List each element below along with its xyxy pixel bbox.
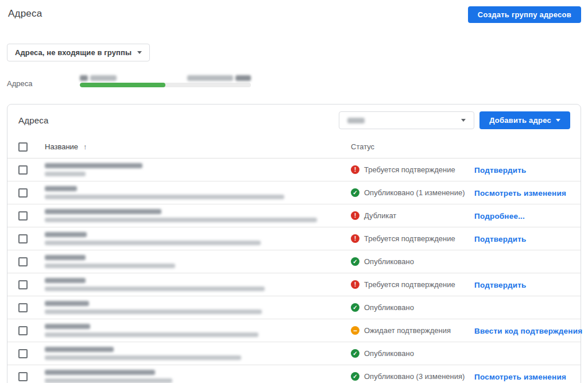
- table-row: ✓ Опубликовано (1 изменение) Посмотреть …: [7, 181, 581, 204]
- status-text: Опубликовано: [364, 349, 414, 358]
- status-cell: ✓ Опубликовано (3 изменения): [344, 372, 467, 381]
- blurred-address-title: [45, 232, 87, 237]
- status-text: Требуется подтверждение: [364, 280, 455, 289]
- chevron-down-icon: [556, 119, 560, 122]
- status-cell: ! Дубликат: [344, 211, 467, 220]
- status-cell: ✓ Опубликовано: [344, 257, 467, 266]
- address-name-cell[interactable]: [38, 324, 344, 337]
- status-text: Требуется подтверждение: [364, 234, 455, 243]
- blurred-address-title: [45, 209, 161, 214]
- addresses-card: Адреса Добавить адрес Название ↑ Статус: [7, 104, 581, 383]
- status-cell: ✓ Опубликовано: [344, 303, 467, 312]
- row-checkbox[interactable]: [18, 372, 28, 381]
- status-text: Ожидает подтверждения: [364, 326, 451, 335]
- row-action-link[interactable]: Посмотреть изменения: [474, 189, 566, 198]
- card-title: Адреса: [18, 115, 48, 125]
- top-bar: Адреса Создать группу адресов: [7, 0, 581, 23]
- row-checkbox[interactable]: [18, 303, 28, 312]
- row-action-link[interactable]: Подтвердить: [474, 235, 526, 243]
- summary-label: Адреса: [7, 80, 80, 87]
- label-filter-select[interactable]: [339, 111, 474, 129]
- table-row: ✓ Опубликовано: [7, 296, 581, 319]
- address-name-cell[interactable]: [38, 255, 344, 268]
- minus-circle-icon: −: [351, 326, 359, 335]
- address-name-cell[interactable]: [38, 163, 344, 176]
- blurred-address-title: [45, 347, 114, 352]
- addresses-page: Адреса Создать группу адресов Адреса, не…: [0, 0, 588, 383]
- group-filter-label: Адреса, не входящие в группы: [15, 48, 131, 57]
- row-action-link[interactable]: Посмотреть изменения: [474, 373, 566, 381]
- address-name-cell[interactable]: [38, 209, 344, 222]
- row-checkbox[interactable]: [18, 280, 28, 289]
- table-row: ✓ Опубликовано: [7, 342, 581, 365]
- row-checkbox[interactable]: [18, 188, 28, 198]
- row-checkbox[interactable]: [18, 326, 28, 335]
- create-address-group-button[interactable]: Создать группу адресов: [468, 6, 581, 23]
- exclamation-circle-icon: !: [351, 234, 359, 243]
- status-cell: ! Требуется подтверждение: [344, 234, 467, 243]
- blurred-address-line: [45, 264, 175, 268]
- column-header-name[interactable]: Название ↑: [38, 142, 344, 151]
- blurred-address-line: [45, 332, 258, 337]
- row-action-link[interactable]: Подтвердить: [474, 166, 526, 175]
- blurred-address-count: [80, 75, 117, 81]
- status-text: Опубликовано (3 изменения): [364, 372, 465, 381]
- exclamation-circle-icon: !: [351, 165, 359, 174]
- blurred-select-value: [347, 118, 365, 123]
- blurred-published-percent: [187, 75, 251, 81]
- blurred-address-line: [45, 310, 262, 314]
- row-action-link[interactable]: Подробнее...: [474, 212, 525, 220]
- row-checkbox[interactable]: [18, 349, 28, 358]
- status-text: Опубликовано (1 изменение): [364, 188, 465, 197]
- status-cell: ✓ Опубликовано (1 изменение): [344, 188, 467, 197]
- address-name-cell[interactable]: [38, 232, 344, 245]
- blurred-address-line: [45, 287, 265, 291]
- blurred-address-title: [45, 186, 77, 191]
- column-header-status: Статус: [344, 142, 467, 151]
- summary-texts: [80, 75, 251, 81]
- chevron-down-icon: [461, 119, 466, 122]
- sort-ascending-icon: ↑: [83, 142, 87, 151]
- address-name-cell[interactable]: [38, 301, 344, 314]
- status-cell: ! Требуется подтверждение: [344, 280, 467, 289]
- status-text: Дубликат: [364, 211, 396, 220]
- table-row: ! Требуется подтверждение Подтвердить: [7, 273, 581, 296]
- group-filter-dropdown[interactable]: Адреса, не входящие в группы: [7, 44, 150, 61]
- row-checkbox[interactable]: [18, 165, 28, 175]
- address-name-cell[interactable]: [38, 347, 344, 360]
- check-circle-icon: ✓: [351, 349, 359, 358]
- address-name-cell[interactable]: [38, 186, 344, 199]
- status-text: Опубликовано: [364, 303, 414, 312]
- page-title: Адреса: [8, 8, 42, 20]
- table-body: ! Требуется подтверждение Подтвердить ✓ …: [7, 158, 581, 383]
- row-action-link[interactable]: Ввести код подтверждения: [474, 327, 582, 335]
- blurred-address-line: [45, 355, 241, 360]
- add-address-button[interactable]: Добавить адрес: [479, 111, 570, 129]
- table-row: ! Требуется подтверждение Подтвердить: [7, 227, 581, 250]
- blurred-address-title: [45, 370, 155, 375]
- blurred-address-line: [45, 378, 172, 383]
- blurred-address-title: [45, 278, 86, 283]
- table-row: ✓ Опубликовано (3 изменения) Посмотреть …: [7, 365, 581, 383]
- blurred-address-title: [45, 255, 86, 260]
- check-circle-icon: ✓: [351, 303, 359, 312]
- address-name-cell[interactable]: [38, 278, 344, 291]
- addresses-summary: Адреса: [7, 75, 581, 87]
- address-name-cell[interactable]: [38, 370, 344, 383]
- blurred-address-line: [45, 172, 86, 176]
- row-action-link[interactable]: Подтвердить: [474, 281, 526, 289]
- status-cell: ! Требуется подтверждение: [344, 165, 467, 174]
- blurred-address-line: [45, 195, 284, 199]
- table-row: − Ожидает подтверждения Ввести код подтв…: [7, 319, 581, 342]
- status-cell: ✓ Опубликовано: [344, 349, 467, 358]
- table-row: ✓ Опубликовано: [7, 250, 581, 273]
- row-checkbox[interactable]: [18, 257, 28, 266]
- blurred-address-title: [45, 324, 90, 329]
- progress-bar: [80, 83, 251, 87]
- check-circle-icon: ✓: [351, 372, 359, 381]
- card-controls: Добавить адрес: [339, 111, 570, 129]
- row-checkbox[interactable]: [18, 234, 28, 243]
- summary-progress: [80, 75, 251, 87]
- select-all-checkbox[interactable]: [18, 142, 28, 152]
- row-checkbox[interactable]: [18, 211, 28, 220]
